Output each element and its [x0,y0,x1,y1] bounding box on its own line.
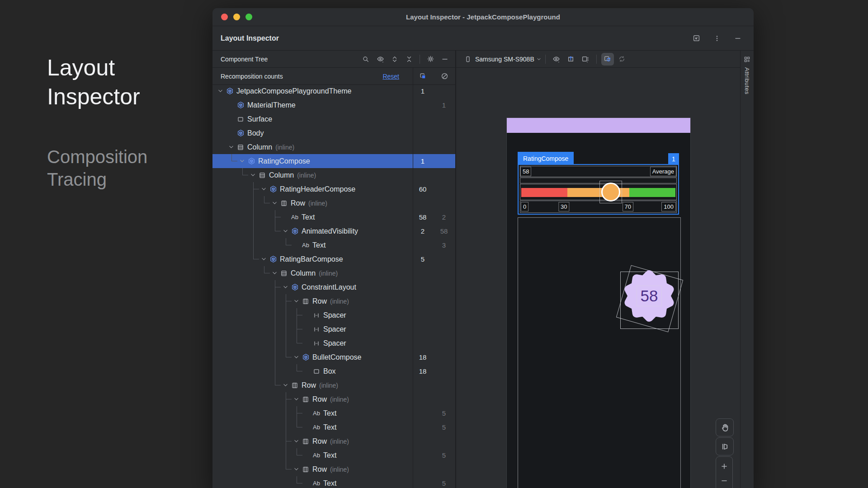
tree-row[interactable]: AbText3 [212,238,455,252]
tree-row[interactable]: AbText582 [212,210,455,224]
tree-row[interactable]: AbText5 [212,406,455,420]
pan-mode-button[interactable] [716,418,734,436]
tree-row[interactable]: Box18 [212,364,455,378]
live-updates-toggle[interactable] [601,53,614,66]
tree-row[interactable]: AbText5 [212,420,455,434]
chevron-expanded-icon[interactable] [281,382,289,388]
tree-guide [238,308,249,322]
3d-mode-button[interactable] [716,437,734,455]
tree-row[interactable]: Body [212,126,455,140]
tree-guide [227,280,238,294]
chevron-expanded-icon[interactable] [281,228,289,234]
tree-guide [259,434,270,448]
chevron-expanded-icon[interactable] [292,396,300,402]
tree-row[interactable]: Row(inline) [212,196,455,210]
tree-node-label: AnimatedVisibility [302,227,358,235]
chevron-expanded-icon[interactable] [270,270,278,276]
chevron-expanded-icon[interactable] [281,284,289,290]
expand-all-icon[interactable] [389,53,401,65]
tree-guide [270,448,281,462]
tree-row[interactable]: Surface [212,112,455,126]
rating-knob[interactable] [601,183,620,202]
tree-row[interactable]: BulletCompose18 [212,350,455,364]
tree-guide [227,210,238,224]
tree-guide [270,238,281,252]
zoom-out-icon[interactable] [720,477,728,485]
tree-guide [216,434,227,448]
tree-node-label: Body [247,129,264,137]
tree-guide [292,406,303,420]
attributes-tab[interactable]: Attributes [744,67,750,94]
chevron-expanded-icon[interactable] [216,88,224,94]
tree-row[interactable]: RatingBarCompose5 [212,252,455,266]
snapshot-export-icon[interactable] [565,53,577,66]
chevron-expanded-icon[interactable] [270,200,278,206]
tree-row[interactable]: Row(inline) [212,462,455,476]
tree-row[interactable]: Row(inline) [212,434,455,448]
window-titlebar[interactable]: Layout Inspector - JetpackComposePlaygro… [212,8,754,26]
tree-row[interactable]: Column(inline) [212,266,455,280]
tree-guide [281,364,292,378]
view-options-eye-icon[interactable] [374,53,386,65]
zoom-in-icon[interactable] [720,462,728,470]
chevron-down-icon [536,56,542,62]
search-icon[interactable] [360,53,372,65]
embed-in-window-icon[interactable] [690,33,702,44]
tree-row[interactable]: Column(inline) [212,140,455,154]
tree-row[interactable]: Spacer [212,308,455,322]
kebab-menu-icon[interactable] [711,33,723,44]
view-options-eye-icon[interactable] [550,53,563,66]
disable-counts-icon[interactable] [439,70,450,82]
presentation-slide: Layout Inspector Composition Tracing Lay… [0,0,868,488]
row-icon [301,465,310,474]
attributes-grid-icon [744,56,750,63]
recomposition-count: 18 [413,353,433,361]
tree-row[interactable]: RatingCompose1 [212,154,455,168]
device-selector[interactable]: Samsung SM-S908B [475,56,534,63]
highlight-recompositions-icon[interactable] [417,70,429,82]
tree-guide [281,322,292,336]
tree-guide [270,322,281,336]
skip-count: 5 [433,423,455,431]
chevron-expanded-icon[interactable] [292,466,300,472]
toolbar-separator [420,55,420,64]
tree-guide [281,406,292,420]
reset-counts-link[interactable]: Reset [382,73,399,80]
chevron-expanded-icon[interactable] [259,256,268,262]
tree-guide [216,182,227,196]
text-icon: Ab [312,479,321,488]
hide-panel-icon[interactable] [732,33,744,44]
tree-row[interactable]: AbText5 [212,448,455,462]
settings-gear-icon[interactable] [425,53,436,65]
collapse-all-icon[interactable] [403,53,415,65]
refresh-icon[interactable] [616,53,628,66]
tree-row[interactable]: MaterialTheme1 [212,98,455,112]
tree-row[interactable]: JetpackComposePlaygroundTheme1 [212,84,455,98]
tree-row[interactable]: Row(inline) [212,378,455,392]
tree-row[interactable]: AnimatedVisibility258 [212,224,455,238]
rating-compose-overlay[interactable]: RatingCompose 1 58 Average [518,164,679,215]
tree-guide [270,434,281,448]
chevron-expanded-icon[interactable] [227,144,235,150]
device-screen[interactable]: RatingCompose 1 58 Average [506,117,691,488]
skip-count: 5 [433,451,455,459]
tree-guide [249,280,259,294]
tree-guide [281,350,292,364]
tree-row[interactable]: ConstraintLayout [212,280,455,294]
chevron-expanded-icon[interactable] [249,172,257,178]
tree-row[interactable]: Spacer [212,322,455,336]
process-picker-icon[interactable] [579,53,592,66]
tree-row[interactable]: Row(inline) [212,392,455,406]
chevron-expanded-icon[interactable] [292,438,300,444]
chevron-expanded-icon[interactable] [292,298,300,304]
hide-tree-icon[interactable] [439,53,451,65]
chevron-expanded-icon[interactable] [259,186,268,192]
tree-guide [216,210,227,224]
tree-row[interactable]: Row(inline) [212,294,455,308]
tree-row[interactable]: Column(inline) [212,168,455,182]
chevron-expanded-icon[interactable] [292,354,300,360]
tree-row[interactable]: AbText5 [212,476,455,488]
tree-row[interactable]: Spacer [212,336,455,350]
tree-row[interactable]: RatingHeaderCompose60 [212,182,455,196]
chevron-expanded-icon[interactable] [238,158,246,164]
